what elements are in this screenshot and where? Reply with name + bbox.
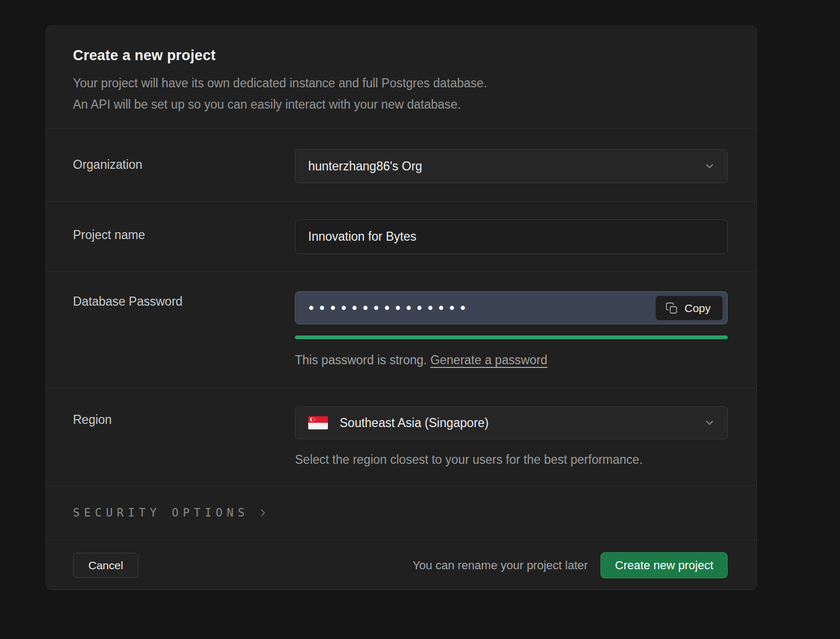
password-masked-value: ••••••••••••••• [307,300,470,315]
security-options-toggle[interactable]: SECURITY OPTIONS [73,506,269,519]
password-strength-text: This password is strong. Generate a pass… [295,353,728,367]
create-new-project-button[interactable]: Create new project [600,552,728,578]
organization-select-value: hunterzhang86's Org [308,159,422,174]
dialog-description-line2: An API will be set up so you can easily … [73,94,728,115]
project-name-input[interactable]: Innovation for Bytes [295,219,728,254]
dialog-description-line1: Your project will have its own dedicated… [73,72,728,94]
database-password-row: Database Password ••••••••••••••• Copy T… [46,271,756,388]
organization-select[interactable]: hunterzhang86's Org [295,149,728,183]
region-row: Region Southeast Asia ( [46,388,756,485]
chevron-right-icon [257,507,269,519]
region-select-value: Southeast Asia (Singapore) [340,416,489,430]
region-label: Region [73,406,295,485]
footer-note: You can rename your project later [413,559,588,572]
copy-button-label: Copy [685,302,711,315]
region-select[interactable]: Southeast Asia (Singapore) [295,406,728,439]
generate-password-link[interactable]: Generate a password [430,353,547,367]
organization-row: Organization hunterzhang86's Org [46,128,756,201]
security-options-label: SECURITY OPTIONS [73,506,249,519]
project-name-input-value: Innovation for Bytes [308,230,416,244]
security-options-row: SECURITY OPTIONS [46,485,756,539]
project-name-row: Project name Innovation for Bytes [46,201,756,271]
dialog-header: Create a new project Your project will h… [46,26,756,128]
cancel-button[interactable]: Cancel [73,553,138,578]
database-password-input[interactable]: ••••••••••••••• Copy [295,291,728,324]
organization-label: Organization [73,149,295,201]
copy-password-button[interactable]: Copy [655,296,723,321]
dialog-description: Your project will have its own dedicated… [73,72,728,115]
dialog-title: Create a new project [73,47,728,64]
project-name-label: Project name [73,219,295,271]
copy-icon [665,302,678,315]
password-strength-message: This password is strong. [295,353,430,367]
region-helper-text: Select the region closest to your users … [295,453,728,467]
chevron-down-icon [704,417,715,429]
create-project-dialog: Create a new project Your project will h… [46,26,757,590]
singapore-flag-icon [308,416,328,430]
database-password-label: Database Password [73,291,295,388]
chevron-down-icon [704,160,715,172]
password-strength-bar [295,335,728,339]
dialog-footer: Cancel You can rename your project later… [46,539,756,590]
